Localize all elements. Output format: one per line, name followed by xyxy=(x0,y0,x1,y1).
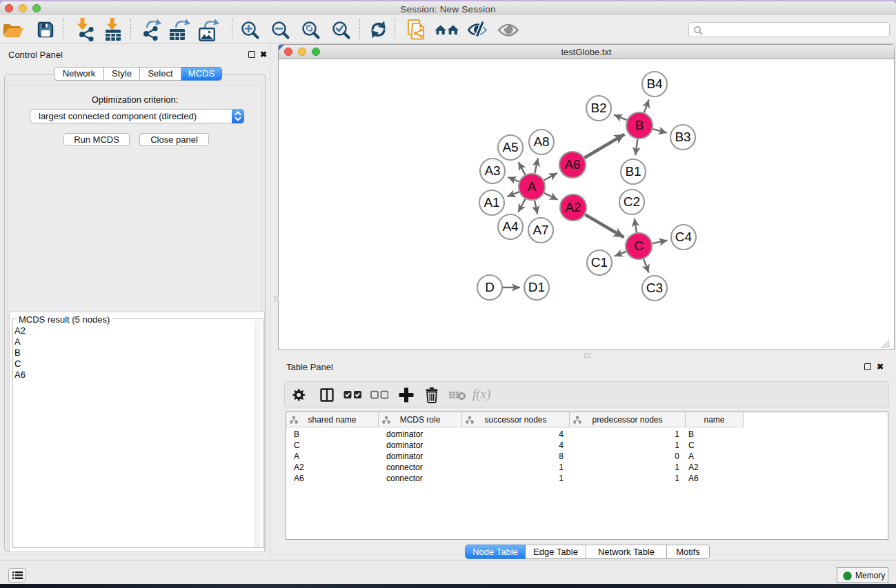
svg-text:B3: B3 xyxy=(675,130,690,144)
svg-text:A6: A6 xyxy=(564,157,580,172)
svg-text:A2: A2 xyxy=(565,200,581,214)
svg-text:A4: A4 xyxy=(502,219,519,234)
svg-text:B: B xyxy=(635,118,644,132)
svg-text:C3: C3 xyxy=(646,281,663,295)
svg-text:B2: B2 xyxy=(590,101,606,115)
svg-text:D1: D1 xyxy=(528,280,545,294)
svg-text:C: C xyxy=(634,239,644,253)
svg-text:C4: C4 xyxy=(675,230,693,244)
svg-text:D: D xyxy=(485,280,495,294)
svg-text:A3: A3 xyxy=(484,163,500,178)
svg-text:C1: C1 xyxy=(591,255,608,270)
svg-text:A1: A1 xyxy=(484,195,499,210)
svg-text:A7: A7 xyxy=(532,223,548,237)
svg-text:A5: A5 xyxy=(502,140,518,154)
svg-text:B4: B4 xyxy=(646,77,663,91)
svg-text:A8: A8 xyxy=(533,134,549,149)
svg-text:B1: B1 xyxy=(625,164,641,179)
svg-text:C2: C2 xyxy=(624,194,640,209)
svg-text:A: A xyxy=(528,179,537,194)
